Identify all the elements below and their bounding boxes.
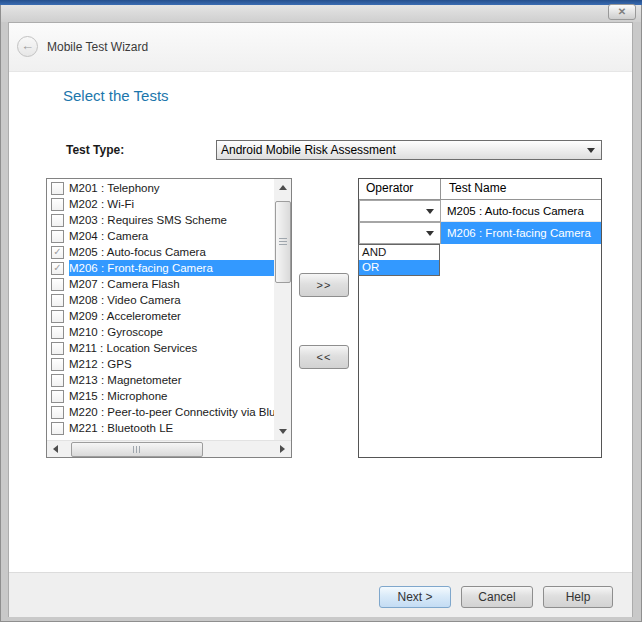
chevron-down-icon bbox=[587, 148, 595, 153]
close-button[interactable]: ✕ bbox=[608, 4, 636, 20]
list-item-label: M212 : GPS bbox=[69, 356, 274, 372]
scroll-right-button[interactable] bbox=[274, 441, 291, 457]
horizontal-scrollbar-thumb[interactable] bbox=[71, 442, 203, 457]
checkbox[interactable] bbox=[51, 406, 64, 419]
table-row[interactable]: M205 : Auto-focus Camera bbox=[359, 200, 601, 222]
table-row[interactable]: M206 : Front-facing Camera bbox=[359, 222, 601, 244]
remove-tests-button[interactable]: << bbox=[299, 345, 349, 369]
list-item[interactable]: M201 : Telephony bbox=[47, 180, 274, 196]
scroll-left-icon bbox=[53, 445, 58, 453]
window: ✕ ← Mobile Test Wizard Select the Tests … bbox=[0, 0, 642, 622]
scroll-up-icon bbox=[279, 185, 287, 190]
checkbox[interactable] bbox=[51, 214, 64, 227]
list-item-label: M213 : Magnetometer bbox=[69, 372, 274, 388]
back-button[interactable]: ← bbox=[17, 36, 38, 57]
vertical-scrollbar-thumb[interactable] bbox=[275, 201, 291, 283]
dropdown-option[interactable]: AND bbox=[359, 245, 439, 260]
scroll-up-button[interactable] bbox=[274, 179, 291, 196]
chevron-down-icon bbox=[426, 209, 434, 214]
test-type-select[interactable]: Android Mobile Risk Assessment bbox=[216, 140, 602, 160]
chevron-down-icon bbox=[426, 231, 434, 236]
checkbox[interactable]: ✓ bbox=[51, 246, 64, 259]
cancel-button[interactable]: Cancel bbox=[461, 586, 533, 608]
test-type-value: Android Mobile Risk Assessment bbox=[221, 143, 396, 157]
column-header-operator: Operator bbox=[359, 179, 441, 199]
checkbox[interactable] bbox=[51, 326, 64, 339]
list-item[interactable]: ✓M206 : Front-facing Camera bbox=[47, 260, 274, 276]
list-item[interactable]: M208 : Video Camera bbox=[47, 292, 274, 308]
checkbox[interactable] bbox=[51, 390, 64, 403]
checkbox[interactable] bbox=[51, 294, 64, 307]
checkbox[interactable] bbox=[51, 358, 64, 371]
list-item-label: M206 : Front-facing Camera bbox=[69, 260, 274, 276]
list-item[interactable]: M202 : Wi-Fi bbox=[47, 196, 274, 212]
list-item[interactable]: M207 : Camera Flash bbox=[47, 276, 274, 292]
operator-cell-dropdown[interactable] bbox=[359, 200, 441, 222]
list-item[interactable]: M210 : Gyroscope bbox=[47, 324, 274, 340]
list-item[interactable]: M212 : GPS bbox=[47, 356, 274, 372]
checkbox[interactable] bbox=[51, 278, 64, 291]
operator-cell-dropdown[interactable] bbox=[359, 222, 441, 244]
list-item-label: M203 : Requires SMS Scheme bbox=[69, 212, 274, 228]
help-button[interactable]: Help bbox=[543, 586, 613, 608]
titlebar bbox=[1, 5, 641, 22]
operator-dropdown-list: ANDOR bbox=[358, 244, 440, 276]
horizontal-scrollbar[interactable] bbox=[47, 440, 291, 457]
list-item-label: M215 : Microphone bbox=[69, 388, 274, 404]
list-item[interactable]: M215 : Microphone bbox=[47, 388, 274, 404]
list-item-label: M208 : Video Camera bbox=[69, 292, 274, 308]
test-name-cell[interactable]: M206 : Front-facing Camera bbox=[441, 222, 601, 244]
add-tests-button[interactable]: >> bbox=[299, 273, 349, 297]
wizard-dialog: ← Mobile Test Wizard Select the Tests Te… bbox=[8, 22, 633, 617]
list-item-label: M221 : Bluetooth LE bbox=[69, 420, 274, 436]
scroll-down-button[interactable] bbox=[274, 423, 291, 440]
list-item[interactable]: M203 : Requires SMS Scheme bbox=[47, 212, 274, 228]
checkbox[interactable] bbox=[51, 198, 64, 211]
wizard-title: Mobile Test Wizard bbox=[47, 23, 148, 71]
checkbox[interactable] bbox=[51, 182, 64, 195]
checkbox[interactable] bbox=[51, 310, 64, 323]
list-item-label: M207 : Camera Flash bbox=[69, 276, 274, 292]
list-item-label: M202 : Wi-Fi bbox=[69, 196, 274, 212]
list-item-label: M205 : Auto-focus Camera bbox=[69, 244, 274, 260]
vertical-scrollbar[interactable] bbox=[274, 179, 291, 440]
list-item[interactable]: ✓M205 : Auto-focus Camera bbox=[47, 244, 274, 260]
next-button[interactable]: Next > bbox=[379, 586, 451, 608]
table-header: Operator Test Name bbox=[359, 179, 601, 200]
checkbox[interactable] bbox=[51, 422, 64, 435]
scroll-left-button[interactable] bbox=[47, 441, 64, 457]
list-item-label: M220 : Peer-to-peer Connectivity via Blu… bbox=[69, 404, 274, 420]
list-item[interactable]: M211 : Location Services bbox=[47, 340, 274, 356]
list-item[interactable]: M220 : Peer-to-peer Connectivity via Blu… bbox=[47, 404, 274, 420]
list-item-label: M204 : Camera bbox=[69, 228, 274, 244]
available-tests-list: M201 : TelephonyM202 : Wi-FiM203 : Requi… bbox=[46, 178, 292, 458]
list-item-label: M211 : Location Services bbox=[69, 340, 274, 356]
scroll-right-icon bbox=[280, 445, 285, 453]
selected-tests-table: Operator Test Name M205 : Auto-focus Cam… bbox=[358, 178, 602, 458]
list-item-label: M201 : Telephony bbox=[69, 180, 274, 196]
column-header-test-name: Test Name bbox=[441, 179, 601, 199]
checkbox[interactable]: ✓ bbox=[51, 262, 64, 275]
page-title: Select the Tests bbox=[63, 87, 169, 104]
list-item-label: M209 : Accelerometer bbox=[69, 308, 274, 324]
checkbox[interactable] bbox=[51, 230, 64, 243]
checkbox[interactable] bbox=[51, 342, 64, 355]
footer: Next > Cancel Help bbox=[9, 572, 632, 617]
back-arrow-icon: ← bbox=[18, 37, 37, 55]
list-item[interactable]: M213 : Magnetometer bbox=[47, 372, 274, 388]
close-icon: ✕ bbox=[609, 5, 635, 18]
test-type-label: Test Type: bbox=[66, 143, 124, 157]
list-item[interactable]: M209 : Accelerometer bbox=[47, 308, 274, 324]
list-item-label: M210 : Gyroscope bbox=[69, 324, 274, 340]
list-item[interactable]: M204 : Camera bbox=[47, 228, 274, 244]
dropdown-option[interactable]: OR bbox=[359, 260, 439, 275]
list-item[interactable]: M221 : Bluetooth LE bbox=[47, 420, 274, 436]
scroll-down-icon bbox=[279, 429, 287, 434]
test-name-cell[interactable]: M205 : Auto-focus Camera bbox=[441, 200, 601, 222]
checkbox[interactable] bbox=[51, 374, 64, 387]
